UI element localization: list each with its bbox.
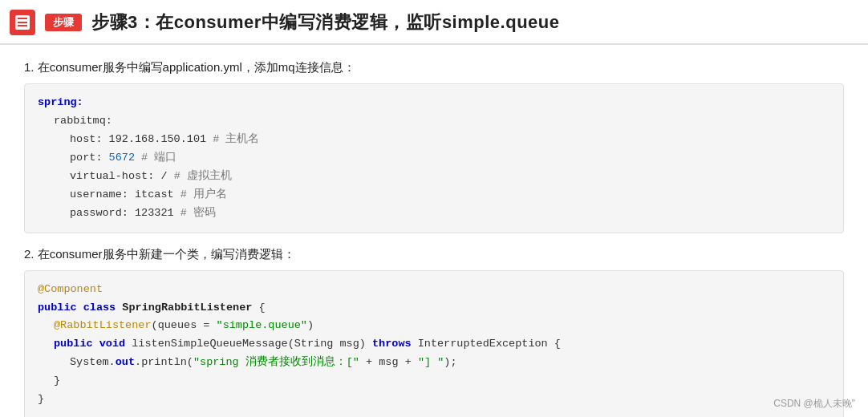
keyword: void: [99, 338, 125, 350]
code-line: host: 192.168.150.101 # 主机名: [38, 131, 830, 149]
code-key: username: itcast: [70, 188, 180, 200]
code-key: host: 192.168.150.101: [70, 133, 213, 145]
header-title: 步骤3：在consumer中编写消费逻辑，监听simple.queue: [91, 10, 559, 34]
step-2: 2. 在consumer服务中新建一个类，编写消费逻辑： @Component …: [24, 245, 844, 417]
annotation: @Component: [38, 283, 103, 295]
code-line: @RabbitListener(queues = "simple.queue"): [38, 317, 830, 335]
string: "] ": [418, 356, 444, 368]
classname: SpringRabbitListener: [122, 302, 252, 314]
string: "simple.queue": [217, 319, 307, 331]
code-comment: # 用户名: [180, 188, 227, 200]
keyword: public: [38, 302, 77, 314]
code-key: password: 123321: [70, 207, 180, 219]
keyword: throws: [372, 338, 412, 350]
code-comment: # 端口: [135, 152, 176, 164]
step-2-code: @Component public class SpringRabbitList…: [24, 270, 844, 417]
code-key: virtual-host: /: [70, 170, 174, 182]
step-1-code: spring: rabbitmq: host: 192.168.150.101 …: [24, 83, 844, 233]
code-line: }: [38, 372, 830, 391]
step-1: 1. 在consumer服务中编写application.yml，添加mq连接信…: [24, 58, 844, 233]
header-badge: 步骤: [45, 14, 82, 31]
step-2-desc: 2. 在consumer服务中新建一个类，编写消费逻辑：: [24, 245, 844, 264]
code-num: 5672: [109, 152, 135, 164]
steps-icon: [15, 15, 30, 30]
keyword: spring:: [38, 96, 83, 108]
code-line: System.out.println("spring 消费者接收到消息：[" +…: [38, 354, 830, 372]
keyword: class: [83, 302, 116, 314]
code-line: username: itcast # 用户名: [38, 186, 830, 204]
code-line: rabbitmq:: [38, 112, 830, 131]
page-container: 步骤 步骤3：在consumer中编写消费逻辑，监听simple.queue 1…: [0, 0, 868, 417]
code-line: public class SpringRabbitListener {: [38, 299, 830, 318]
code-comment: # 密码: [180, 207, 216, 219]
code-line: public void listenSimpleQueueMessage(Str…: [38, 335, 830, 354]
header: 步骤 步骤3：在consumer中编写消费逻辑，监听simple.queue: [0, 0, 868, 45]
code-line: }: [38, 391, 830, 409]
string: "spring 消费者接收到消息：[": [193, 356, 359, 368]
code-line: @Component: [38, 281, 830, 299]
code-line: port: 5672 # 端口: [38, 149, 830, 168]
code-line: password: 123321 # 密码: [38, 204, 830, 223]
watermark: CSDN @桅人未晚": [773, 397, 855, 411]
step-1-desc: 1. 在consumer服务中编写application.yml，添加mq连接信…: [24, 58, 844, 77]
keyword: public: [54, 338, 93, 350]
header-icon-box: [10, 10, 35, 35]
content: 1. 在consumer服务中编写application.yml，添加mq连接信…: [0, 45, 868, 417]
code-line: virtual-host: / # 虚拟主机: [38, 168, 830, 186]
annotation: @RabbitListener: [54, 319, 152, 331]
code-comment: # 虚拟主机: [174, 170, 232, 182]
code-line: spring:: [38, 94, 830, 112]
code-key: port:: [70, 152, 109, 164]
code-comment: # 主机名: [213, 133, 259, 145]
code-key: rabbitmq:: [54, 115, 112, 127]
